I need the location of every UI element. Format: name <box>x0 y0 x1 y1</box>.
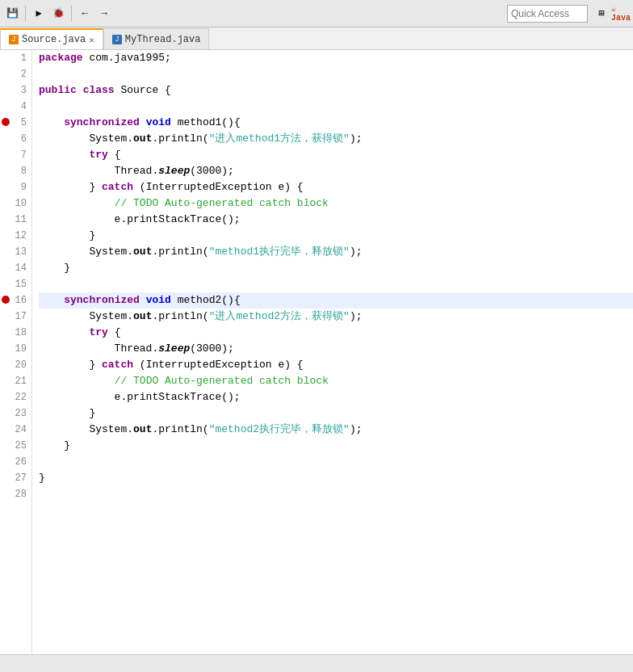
code-line-28 <box>39 486 633 502</box>
line-num-18: 18 <box>0 325 27 341</box>
code-line-2 <box>39 66 633 82</box>
token: System. <box>39 310 133 322</box>
token: catch <box>102 359 133 371</box>
token: ); <box>350 132 363 145</box>
tab-bar: J Source.java ✕ J MyThread.java <box>0 27 633 50</box>
toolbar-btn-perspective[interactable]: ⊞ <box>593 5 610 23</box>
line-num-3: 3 <box>0 82 27 99</box>
token: synchronized <box>64 294 140 306</box>
line-num-14: 14 <box>0 260 27 276</box>
code-line-24: System.out.println("method2执行完毕，释放锁"); <box>39 422 633 438</box>
toolbar-btn-run[interactable]: ▶ <box>30 5 48 23</box>
line-num-27: 27 <box>0 470 27 486</box>
tab-source-java-close[interactable]: ✕ <box>89 35 94 45</box>
token: sleep <box>158 165 190 177</box>
toolbar: 💾 ▶ 🐞 ← → ⊞ ☕ Java <box>0 0 633 27</box>
token: class <box>83 84 115 96</box>
token: } <box>39 439 70 452</box>
token: Thread. <box>39 165 158 177</box>
toolbar-btn-forward[interactable]: → <box>95 5 113 23</box>
toolbar-btn-java[interactable]: ☕ Java <box>612 5 630 23</box>
code-line-9: } catch (InterruptedException e) { <box>39 179 633 195</box>
token: "进入method2方法，获得锁" <box>209 310 350 322</box>
token: System. <box>39 132 133 145</box>
code-line-13: System.out.println("method1执行完毕，释放锁"); <box>39 244 633 260</box>
token <box>39 326 89 338</box>
line-num-13: 13 <box>0 244 27 260</box>
token <box>39 149 89 161</box>
token <box>39 375 115 387</box>
code-line-17: System.out.println("进入method2方法，获得锁"); <box>39 309 633 325</box>
toolbar-btn-back[interactable]: ← <box>76 5 94 23</box>
token: System. <box>39 423 133 435</box>
token: out <box>133 246 152 258</box>
line-num-6: 6 <box>0 131 27 147</box>
token: out <box>133 132 152 145</box>
tab-source-java[interactable]: J Source.java ✕ <box>0 28 103 49</box>
token: } <box>39 472 45 484</box>
token: System. <box>39 246 133 258</box>
code-line-8: Thread.sleep(3000); <box>39 163 633 179</box>
toolbar-btn-debug[interactable]: 🐞 <box>49 5 67 23</box>
code-line-19: Thread.sleep(3000); <box>39 341 633 357</box>
line-num-21: 21 <box>0 373 27 389</box>
line-num-28: 28 <box>0 486 27 502</box>
line-num-15: 15 <box>0 276 27 292</box>
token <box>39 116 64 128</box>
code-line-10: // TODO Auto-generated catch block <box>39 195 633 212</box>
line-num-17: 17 <box>0 309 27 325</box>
token: (InterruptedException e) { <box>133 359 304 371</box>
token: void <box>146 294 171 306</box>
line-num-8: 8 <box>0 163 27 179</box>
token: .println( <box>152 246 208 258</box>
token: // TODO Auto-generated catch block <box>115 197 329 209</box>
token: { <box>108 149 121 161</box>
mythread-java-icon: J <box>112 35 122 44</box>
token: method1(){ <box>171 116 241 128</box>
line-num-2: 2 <box>0 66 27 82</box>
toolbar-separator-2 <box>71 6 72 22</box>
token: .println( <box>152 310 208 322</box>
token <box>39 294 64 306</box>
editor: 1234567891011121314151617181920212223242… <box>0 50 633 654</box>
token: "method1执行完毕，释放锁" <box>209 246 350 258</box>
line-num-7: 7 <box>0 147 27 163</box>
code-line-11: e.printStackTrace(); <box>39 212 633 228</box>
code-line-23: } <box>39 405 633 422</box>
line-num-12: 12 <box>0 228 27 244</box>
token: ); <box>350 423 363 435</box>
toolbar-right-icons: ⊞ ☕ Java <box>593 5 630 23</box>
line-num-1: 1 <box>0 50 27 66</box>
code-area[interactable]: package com.java1995; public class Sourc… <box>32 50 633 654</box>
token: out <box>133 423 152 435</box>
token: try <box>89 149 107 161</box>
token <box>39 197 115 209</box>
token: void <box>146 116 171 128</box>
code-line-7: try { <box>39 147 633 163</box>
token: "进入method1方法，获得锁" <box>209 132 350 145</box>
code-line-20: } catch (InterruptedException e) { <box>39 357 633 373</box>
token <box>77 84 83 96</box>
tab-mythread-java[interactable]: J MyThread.java <box>103 28 210 49</box>
line-num-26: 26 <box>0 454 27 470</box>
token: public <box>39 84 77 96</box>
token: sleep <box>158 342 190 355</box>
quick-access-input[interactable] <box>507 5 588 23</box>
code-line-3: public class Source { <box>39 82 633 99</box>
code-line-26 <box>39 454 633 470</box>
code-line-16: synchronized void method2(){ <box>39 292 633 309</box>
token: (3000); <box>190 342 234 355</box>
token <box>140 116 146 128</box>
token: ); <box>350 246 363 258</box>
line-num-25: 25 <box>0 438 27 454</box>
token: } <box>39 359 102 371</box>
toolbar-btn-save[interactable]: 💾 <box>3 5 21 23</box>
code-line-1: package com.java1995; <box>39 50 633 66</box>
toolbar-separator-1 <box>25 6 26 22</box>
line-num-4: 4 <box>0 99 27 115</box>
token: e.printStackTrace(); <box>39 391 241 403</box>
code-line-21: // TODO Auto-generated catch block <box>39 373 633 389</box>
code-line-5: synchronized void method1(){ <box>39 115 633 131</box>
token: (InterruptedException e) { <box>133 181 304 193</box>
code-line-25: } <box>39 438 633 454</box>
